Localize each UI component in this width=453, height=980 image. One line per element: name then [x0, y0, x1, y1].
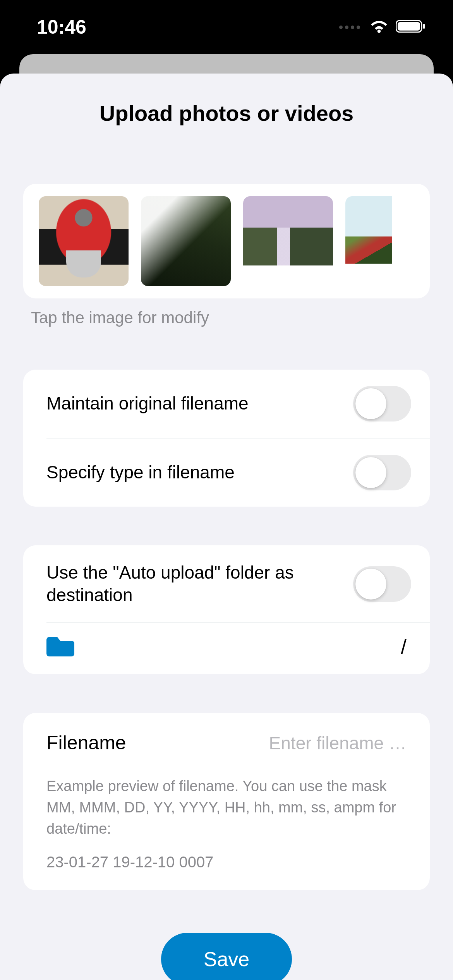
filename-help-text: Example preview of filename. You can use… [23, 762, 430, 840]
filename-label: Filename [46, 732, 126, 754]
sheet-background-card [19, 54, 434, 74]
wifi-icon [369, 16, 389, 38]
destination-path: / [401, 635, 407, 658]
thumbnail-item[interactable] [39, 196, 129, 286]
row-auto-upload-dest: Use the "Auto upload" folder as destinat… [23, 545, 430, 622]
cellular-dots-icon [339, 26, 360, 29]
svg-rect-2 [423, 24, 425, 29]
auto-upload-dest-toggle[interactable] [353, 566, 411, 602]
sheet-header: Upload photos or videos [0, 74, 453, 141]
thumbnail-strip [23, 184, 430, 298]
status-time: 10:46 [37, 16, 86, 38]
save-button[interactable]: Save [161, 933, 292, 980]
filename-options-group: Maintain original filename Specify type … [23, 370, 430, 507]
auto-upload-dest-label: Use the "Auto upload" folder as destinat… [46, 562, 337, 606]
status-bar: 10:46 [0, 0, 453, 54]
folder-icon [46, 635, 74, 659]
thumbnail-item[interactable] [345, 196, 392, 286]
row-maintain-original: Maintain original filename [23, 370, 430, 438]
filename-input[interactable] [190, 733, 407, 754]
filename-group: Filename Example preview of filename. Yo… [23, 713, 430, 890]
battery-icon [396, 16, 426, 38]
specify-type-toggle[interactable] [353, 455, 411, 490]
svg-rect-1 [398, 22, 420, 31]
thumbnail-item[interactable] [141, 196, 231, 286]
upload-sheet: Upload photos or videos Tap the image fo… [0, 74, 453, 980]
page-title: Upload photos or videos [15, 101, 438, 126]
maintain-original-toggle[interactable] [353, 386, 411, 421]
thumbnail-item[interactable] [243, 196, 333, 286]
destination-folder-row[interactable]: / [46, 622, 430, 674]
filename-example: 23-01-27 19-12-10 0007 [23, 840, 430, 875]
maintain-original-label: Maintain original filename [46, 392, 249, 415]
thumbnail-hint: Tap the image for modify [31, 308, 422, 327]
row-specify-type: Specify type in filename [46, 438, 430, 507]
destination-group: Use the "Auto upload" folder as destinat… [23, 545, 430, 674]
specify-type-label: Specify type in filename [46, 461, 235, 484]
